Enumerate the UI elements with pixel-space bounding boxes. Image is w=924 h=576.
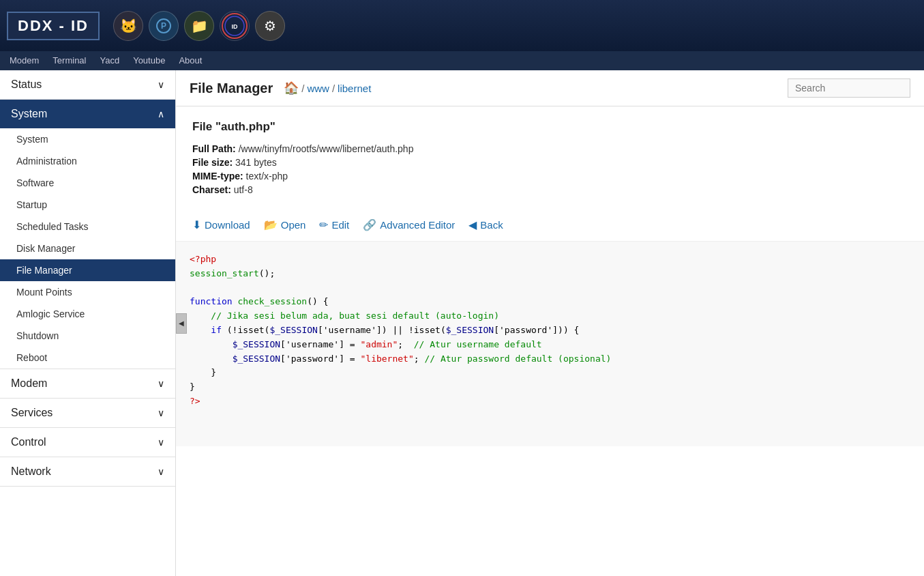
sidebar-item[interactable]: Startup [0,194,175,216]
sidebar-section-system[interactable]: System ∧ [0,100,175,128]
breadcrumb: 🏠 / www / libernet [284,81,371,96]
download-icon: ⬇ [192,218,201,231]
sidebar-item[interactable]: Mount Points [0,281,175,303]
download-label: Download [205,219,250,231]
svg-text:P: P [161,21,166,31]
sidebar-item[interactable]: Administration [0,150,175,172]
advanced-editor-button[interactable]: 🔗 Advanced Editor [363,218,455,231]
sidebar-item[interactable]: Reboot [0,347,175,369]
code-editor: <?php session_start(); function check_se… [176,242,924,446]
chevron-down-icon: ∨ [158,79,164,90]
home-icon[interactable]: 🏠 [284,81,299,96]
sidebar-collapse-button[interactable]: ◀ [176,313,187,334]
chevron-down-icon: ∨ [158,437,164,448]
main-nav: Modem Terminal Yacd Youtube About [0,51,924,70]
search-input[interactable] [788,78,910,98]
nav-about[interactable]: About [172,51,209,70]
breadcrumb-libernet[interactable]: libernet [338,83,371,94]
back-button[interactable]: ◀ Back [468,218,503,231]
peer-icon[interactable]: P [149,11,179,41]
sidebar-item[interactable]: Shutdown [0,325,175,347]
sidebar-section-network[interactable]: Network ∨ [0,457,175,486]
full-path-value: /www/tinyfm/rootfs/www/libernet/auth.php [239,143,414,154]
topbar: DDX - ID 🐱 P 📁 ID ⚙ [0,0,924,51]
nav-youtube[interactable]: Youtube [126,51,172,70]
file-size-value: 341 bytes [235,157,277,168]
sidebar: Status ∨ System ∧ System Administration … [0,70,176,576]
folder-icon[interactable]: 📁 [184,11,214,41]
file-mime: MIME-type: text/x-php [192,171,908,182]
sidebar-item[interactable]: Software [0,172,175,194]
charset-value: utf-8 [234,184,253,195]
back-label: Back [480,219,503,231]
mime-value: text/x-php [246,171,288,182]
sidebar-section-services[interactable]: Services ∨ [0,399,175,427]
topbar-icons: 🐱 P 📁 ID ⚙ [113,11,917,41]
fm-header: File Manager 🏠 / www / libernet [176,70,924,106]
breadcrumb-sep: / [332,83,335,94]
edit-button[interactable]: ✏ Edit [319,218,349,231]
back-icon: ◀ [468,218,477,231]
sidebar-item[interactable]: Scheduled Tasks [0,216,175,237]
sidebar-section-control[interactable]: Control ∨ [0,428,175,457]
nav-yacd[interactable]: Yacd [93,51,126,70]
advanced-editor-icon: 🔗 [363,218,376,231]
advanced-editor-label: Advanced Editor [380,219,455,231]
page-title: File Manager [190,81,273,96]
logo: DDX - ID [7,12,100,40]
file-full-path: Full Path: /www/tinyfm/rootfs/www/libern… [192,143,908,154]
cat-icon[interactable]: 🐱 [113,11,143,41]
main-content: File Manager 🏠 / www / libernet File "au… [176,70,924,576]
code-content: <?php session_start(); function check_se… [190,253,910,409]
file-size: File size: 341 bytes [192,157,908,168]
edit-icon: ✏ [319,218,328,231]
sidebar-item[interactable]: System [0,128,175,150]
nav-modem[interactable]: Modem [3,51,46,70]
open-icon: 📂 [264,218,278,231]
sidebar-section-modem-label: Modem [11,377,47,390]
charset-label: Charset: [192,184,231,195]
edit-label: Edit [331,219,349,231]
breadcrumb-www[interactable]: www [307,83,329,94]
sidebar-section-status-label: Status [11,78,42,91]
sidebar-section-status[interactable]: Status ∨ [0,70,175,99]
chevron-down-icon: ∨ [158,378,164,389]
file-info: File "auth.php" Full Path: /www/tinyfm/r… [176,106,924,209]
file-title: File "auth.php" [192,120,908,134]
download-button[interactable]: ⬇ Download [192,218,250,231]
gear-icon[interactable]: ⚙ [255,11,285,41]
file-size-label: File size: [192,157,233,168]
file-charset: Charset: utf-8 [192,184,908,195]
action-bar: ⬇ Download 📂 Open ✏ Edit 🔗 Advanced Edit… [176,209,924,242]
sidebar-section-system-label: System [11,108,47,120]
sidebar-section-services-label: Services [11,407,53,419]
nav-terminal[interactable]: Terminal [46,51,93,70]
sidebar-section-control-label: Control [11,436,46,448]
breadcrumb-sep: / [301,83,304,94]
svg-text:ID: ID [232,23,239,30]
sidebar-item[interactable]: Amlogic Service [0,303,175,325]
mime-label: MIME-type: [192,171,243,182]
full-path-label: Full Path: [192,143,236,154]
open-button[interactable]: 📂 Open [264,218,306,231]
sidebar-item[interactable]: Disk Manager [0,237,175,259]
chevron-up-icon: ∧ [158,109,164,119]
chevron-down-icon: ∨ [158,407,164,418]
divider [0,486,175,487]
open-label: Open [281,219,306,231]
sidebar-section-modem[interactable]: Modem ∨ [0,369,175,398]
chevron-down-icon: ∨ [158,466,164,477]
circle-logo-icon[interactable]: ID [220,11,250,41]
main-layout: Status ∨ System ∧ System Administration … [0,70,924,576]
sidebar-item-file-manager[interactable]: File Manager [0,259,175,281]
sidebar-section-network-label: Network [11,465,51,478]
